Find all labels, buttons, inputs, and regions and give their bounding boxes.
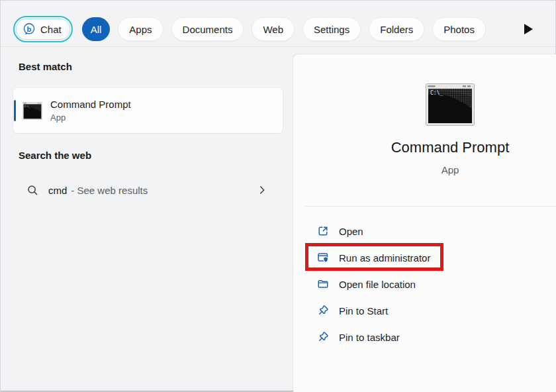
- chip-documents-label: Documents: [183, 24, 233, 35]
- more-filters-icon[interactable]: [524, 24, 533, 34]
- chip-folders[interactable]: Folders: [369, 17, 424, 41]
- svg-text:C:\_: C:\_: [24, 105, 31, 107]
- action-run-as-administrator[interactable]: Run as administrator: [293, 244, 556, 271]
- search-icon: [26, 184, 39, 197]
- chip-web[interactable]: Web: [252, 17, 295, 41]
- web-search-suffix: - See web results: [71, 185, 148, 196]
- action-pin-to-taskbar[interactable]: Pin to taskbar: [293, 324, 556, 350]
- action-run-as-administrator-label: Run as administrator: [339, 252, 430, 264]
- best-match-subtitle: App: [50, 113, 131, 122]
- svg-text:C:\_: C:\_: [430, 90, 443, 96]
- preview-panel: C:\_ Command Prompt App Open Run a: [293, 54, 556, 392]
- open-external-icon: [316, 224, 330, 238]
- command-prompt-icon: C:\_: [426, 83, 475, 126]
- filter-chips: b Chat All Apps Documents Web Settings: [13, 17, 556, 42]
- action-pin-to-start[interactable]: Pin to Start: [293, 297, 556, 324]
- chip-web-label: Web: [263, 24, 283, 35]
- selection-accent-bar: [14, 100, 16, 121]
- search-web-heading: Search the web: [19, 150, 91, 161]
- bing-chat-icon: b: [22, 22, 36, 36]
- chip-documents[interactable]: Documents: [171, 17, 244, 41]
- folder-icon: [316, 277, 330, 291]
- action-open-file-location[interactable]: Open file location: [293, 271, 556, 297]
- best-match-item[interactable]: C:\_ Command Prompt App: [13, 88, 283, 133]
- chip-chat[interactable]: b Chat: [13, 16, 73, 42]
- action-list: Open Run as administrator Open file loca…: [293, 218, 556, 350]
- chip-chat-label: Chat: [40, 24, 62, 35]
- chevron-right-icon[interactable]: [256, 184, 268, 196]
- web-search-query: cmd: [48, 185, 67, 196]
- filter-bar: b Chat All Apps Documents Web Settings: [0, 0, 556, 47]
- admin-shield-icon: [316, 251, 330, 264]
- action-open-file-location-label: Open file location: [339, 279, 416, 290]
- best-match-title: Command Prompt: [50, 99, 131, 110]
- action-open[interactable]: Open: [293, 218, 556, 244]
- chip-photos[interactable]: Photos: [432, 17, 486, 41]
- best-match-heading: Best match: [19, 61, 72, 72]
- preview-header: C:\_ Command Prompt App: [293, 54, 556, 175]
- chip-apps[interactable]: Apps: [118, 17, 163, 41]
- preview-title: Command Prompt: [293, 139, 556, 156]
- divider: [305, 206, 556, 207]
- windows-search-flyout: b Chat All Apps Documents Web Settings: [0, 0, 556, 392]
- chip-apps-label: Apps: [129, 24, 152, 35]
- best-match-text: Command Prompt App: [50, 99, 131, 122]
- action-open-label: Open: [339, 226, 363, 237]
- chip-all-label: All: [91, 24, 102, 35]
- chip-settings-label: Settings: [314, 24, 349, 35]
- action-pin-to-taskbar-label: Pin to taskbar: [339, 332, 400, 343]
- chip-folders-label: Folders: [380, 24, 413, 35]
- results-panel: Best match C:\_ Command Prompt App: [0, 47, 293, 392]
- command-prompt-icon: C:\_: [23, 102, 42, 120]
- action-pin-to-start-label: Pin to Start: [339, 305, 388, 317]
- web-search-item[interactable]: cmd- See web results: [13, 175, 283, 205]
- chip-photos-label: Photos: [443, 24, 475, 35]
- web-search-text: cmd- See web results: [48, 185, 148, 196]
- chip-settings[interactable]: Settings: [302, 17, 361, 41]
- pin-icon: [316, 304, 330, 317]
- chip-all[interactable]: All: [82, 17, 111, 41]
- preview-subtitle: App: [293, 164, 556, 175]
- pin-icon: [316, 330, 330, 344]
